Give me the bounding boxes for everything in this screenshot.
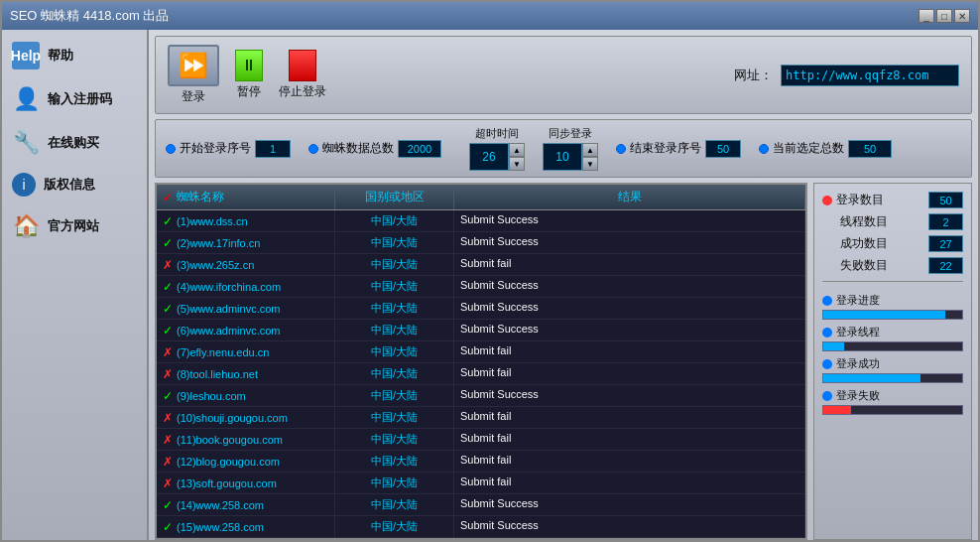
sync-spin: ▲ ▼	[582, 143, 598, 171]
td-result: Submit Success	[454, 494, 805, 515]
sidebar: Help 帮助 👤 输入注册码 🔧 在线购买 i 版权信息 🏠 官方网站	[2, 30, 149, 540]
timeout-input-group: ▲ ▼	[469, 143, 525, 171]
spider-dot	[308, 144, 318, 154]
progress-bar-fill	[823, 342, 844, 350]
x-icon: ✗	[163, 433, 173, 447]
td-name: ✓ (1)www.dss.cn	[157, 210, 335, 231]
copyright-icon: i	[12, 173, 36, 197]
top-controls: ⏩ 登录 ⏸ 暂停 停止登录 网址：	[155, 36, 972, 114]
table-row: ✓ (15)www.258.com 中国/大陆 Submit Success	[157, 516, 805, 538]
url-section: 网址：	[734, 65, 959, 86]
help-icon: Help	[12, 42, 40, 69]
timeout-input[interactable]	[469, 143, 509, 171]
x-icon: ✗	[163, 258, 173, 272]
stop-label: 停止登录	[279, 83, 326, 100]
td-region: 中国/大陆	[335, 341, 454, 362]
check-icon: ✓	[163, 498, 173, 512]
title-bar-buttons: _ □ ✕	[919, 9, 970, 23]
settings-row: 开始登录序号 蜘蛛数据总数 超时时间 ▲ ▼	[155, 119, 972, 178]
pause-button[interactable]: ⏸	[235, 50, 263, 81]
td-region: 中国/大陆	[335, 407, 454, 428]
title-bar: SEO 蜘蛛精 4418.com 出品 _ □ ✕	[2, 2, 978, 30]
selected-total-setting: 当前选定总数	[759, 140, 892, 158]
td-region: 中国/大陆	[335, 254, 454, 275]
timeout-down-button[interactable]: ▼	[509, 157, 525, 171]
td-region: 中国/大陆	[335, 232, 454, 253]
progress-dot	[822, 328, 832, 338]
table-row: ✗ (11)book.gougou.com 中国/大陆 Submit fail	[157, 429, 805, 451]
end-seq-input[interactable]	[705, 140, 741, 158]
login-button[interactable]: ⏩	[168, 45, 219, 86]
td-name: ✗ (12)blog.gougou.com	[157, 451, 335, 472]
check-icon: ✓	[163, 389, 173, 403]
start-seq-input[interactable]	[255, 140, 291, 158]
pause-label: 暂停	[237, 83, 261, 100]
th-result: 结果	[454, 185, 805, 209]
table-header: ✓ 蜘蛛名称 国别或地区 结果	[157, 185, 805, 210]
maximize-button[interactable]: □	[936, 9, 952, 23]
td-result: Submit fail	[454, 451, 805, 472]
timeout-up-button[interactable]: ▲	[509, 143, 525, 157]
td-name: ✓ (15)www.258.com	[157, 516, 335, 537]
minimize-button[interactable]: _	[919, 9, 934, 23]
selected-total-input[interactable]	[848, 140, 892, 158]
close-button[interactable]: ✕	[954, 9, 970, 23]
td-result: Submit Success	[454, 232, 805, 253]
pause-icon: ⏸	[241, 57, 257, 74]
stat-thread-count: 线程数目 2	[822, 213, 963, 230]
spider-total-setting: 蜘蛛数据总数	[308, 140, 441, 158]
stop-button[interactable]	[289, 50, 316, 81]
spider-total-input[interactable]	[398, 140, 441, 158]
td-region: 中国/大陆	[335, 276, 454, 297]
check-icon: ✓	[163, 302, 173, 316]
right-panel: ⏩ 登录 ⏸ 暂停 停止登录 网址：	[149, 30, 978, 540]
td-name: ✗ (3)www.265z.cn	[157, 254, 335, 275]
start-dot	[166, 144, 176, 154]
sidebar-label-website: 官方网站	[48, 217, 99, 235]
sync-down-button[interactable]: ▼	[582, 157, 598, 171]
table-body: ✓ (1)www.dss.cn 中国/大陆 Submit Success ✓ (…	[157, 210, 805, 538]
stat-fail-count: 失败数目 22	[822, 257, 963, 274]
start-seq-label: 开始登录序号	[180, 140, 251, 157]
sync-input[interactable]	[543, 143, 582, 171]
progress-label: 登录成功	[822, 356, 963, 371]
td-name: ✗ (10)shouji.gougou.com	[157, 407, 335, 428]
sidebar-item-register[interactable]: 👤 输入注册码	[2, 77, 147, 121]
check-icon: ✓	[163, 520, 173, 534]
td-result: Submit fail	[454, 341, 805, 362]
success-count-label: 成功数目	[840, 235, 924, 252]
selected-dot	[759, 144, 769, 154]
td-result: Submit Success	[454, 320, 805, 340]
td-result: Submit Success	[454, 298, 805, 319]
sidebar-item-copyright[interactable]: i 版权信息	[2, 165, 147, 204]
table-area: ✓ 蜘蛛名称 国别或地区 结果 ✓ (1)www.dss.cn 中国/大陆 Su…	[155, 183, 972, 540]
sidebar-item-help[interactable]: Help 帮助	[2, 34, 147, 77]
header-check-icon: ✓	[163, 191, 173, 204]
sync-up-button[interactable]: ▲	[582, 143, 598, 157]
login-count-dot	[822, 196, 832, 205]
login-count-value: 50	[928, 192, 963, 208]
sidebar-item-website[interactable]: 🏠 官方网站	[2, 204, 147, 248]
stop-indicator-group: 停止登录	[279, 50, 326, 100]
login-count-label: 登录数目	[836, 192, 924, 208]
url-input[interactable]	[781, 65, 959, 86]
td-region: 中国/大陆	[335, 320, 454, 340]
table-row: ✓ (5)www.adminvc.com 中国/大陆 Submit Succes…	[157, 298, 805, 320]
selected-total-label: 当前选定总数	[773, 140, 844, 157]
td-region: 中国/大陆	[335, 298, 454, 319]
td-region: 中国/大陆	[335, 516, 454, 537]
x-icon: ✗	[163, 476, 173, 490]
sidebar-label-register: 输入注册码	[48, 90, 112, 108]
td-name: ✗ (8)tool.liehuo.net	[157, 363, 335, 384]
sidebar-item-buy[interactable]: 🔧 在线购买	[2, 121, 147, 165]
end-seq-label: 结束登录序号	[630, 140, 701, 157]
td-region: 中国/大陆	[335, 363, 454, 384]
progress-label: 登录线程	[822, 325, 963, 339]
fast-forward-icon: ⏩	[179, 52, 208, 79]
table-row: ✓ (9)leshou.com 中国/大陆 Submit Success	[157, 385, 805, 407]
td-name: ✗ (13)soft.gougou.com	[157, 473, 335, 493]
fail-count-value: 22	[928, 257, 963, 274]
th-region: 国别或地区	[335, 185, 454, 209]
td-result: Submit Success	[454, 516, 805, 537]
table-row: ✓ (1)www.dss.cn 中国/大陆 Submit Success	[157, 210, 805, 232]
